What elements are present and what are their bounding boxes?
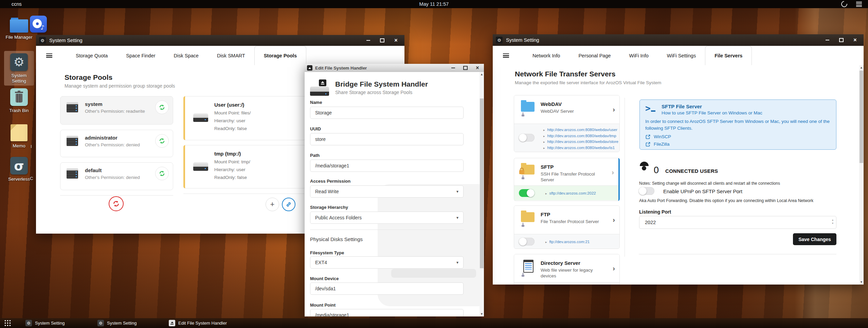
minimize-button[interactable] xyxy=(451,66,455,70)
server-title: WebDAV xyxy=(541,101,562,107)
minimize-button[interactable] xyxy=(366,38,370,43)
desktop-icon-trash-bin[interactable]: Trash Bin xyxy=(4,88,34,113)
ftp-enable-toggle[interactable] xyxy=(519,238,535,245)
upnp-hint: Aka Auto Port Forwarding. Disable this o… xyxy=(639,198,813,203)
caret-down-icon: ▾ xyxy=(456,215,458,220)
server-subtitle: WebDAV Server xyxy=(541,108,601,114)
mount-card-user[interactable]: User (user:/) Mount Point: files/ Hierar… xyxy=(183,96,306,140)
path-input[interactable] xyxy=(310,160,464,172)
tab-storage-pools[interactable]: Storage Pools xyxy=(254,46,307,66)
pool-sync-button[interactable] xyxy=(155,167,169,180)
maximize-button[interactable] xyxy=(839,38,844,42)
server-card-sftp[interactable]: SFTP SSH File Transfer Protocol Server ›… xyxy=(514,158,620,201)
tab-storage-quota[interactable]: Storage Quota xyxy=(67,46,117,65)
filesystem-type-select[interactable]: EXT4▾ xyxy=(310,256,464,269)
filesystem-type-label: Filesystem Type xyxy=(310,250,344,255)
upnp-toggle[interactable] xyxy=(639,187,654,195)
refresh-pools-button[interactable] xyxy=(109,196,124,211)
mount-name: tmp (tmp:/) xyxy=(214,151,241,157)
access-permission-select[interactable]: Read Write▾ xyxy=(310,185,464,198)
sidebar-menu-icon[interactable] xyxy=(46,53,52,58)
maximize-button[interactable] xyxy=(463,66,468,70)
name-input[interactable] xyxy=(310,107,464,119)
caret-down-icon: ▾ xyxy=(456,260,458,265)
status-spinner-icon[interactable] xyxy=(840,0,848,8)
window-titlebar[interactable]: ⚙ System Setting × xyxy=(36,35,404,46)
close-button[interactable]: × xyxy=(853,38,857,42)
pool-permission: Other's Permission: readwrite xyxy=(85,109,145,114)
storage-hierarchy-select[interactable]: Public Access Folders▾ xyxy=(310,212,464,224)
window-titlebar[interactable]: Edit File System Handler × xyxy=(305,64,484,72)
scrollbar-thumb[interactable] xyxy=(480,98,484,268)
webdav-url-link[interactable]: http://dev.arozos.com:8080/webdav/is1 xyxy=(547,145,615,151)
ftp-url-link[interactable]: ftp://dev.arozos.com:21 xyxy=(549,239,590,245)
webdav-url-link[interactable]: http://dev.arozos.com:8080/webdav/user xyxy=(547,127,617,133)
tab-network-info[interactable]: Network Info xyxy=(523,46,569,65)
desktop-icon-memo[interactable]: Memo xyxy=(4,124,34,149)
webdav-url-link[interactable]: http://dev.arozos.com:8080/webdav/tmp xyxy=(547,133,616,139)
bullet-icon: ▸ xyxy=(545,239,547,245)
webdav-url-link[interactable]: http://dev.arozos.com:8080/webdav/store xyxy=(547,139,618,145)
chevron-right-icon[interactable]: › xyxy=(613,265,615,272)
pool-sync-button[interactable] xyxy=(155,101,169,114)
tab-disk-space[interactable]: Disk Space xyxy=(165,46,208,65)
save-changes-button[interactable]: Save Changes xyxy=(793,233,836,245)
server-card-directory[interactable]: Directory Server Web file viewer for leg… xyxy=(514,254,620,285)
tab-file-servers[interactable]: File Servers xyxy=(705,46,752,66)
pool-name: system xyxy=(85,101,103,107)
tab-personal-page[interactable]: Personal Page xyxy=(569,46,620,65)
link-mount-button[interactable] xyxy=(282,198,295,211)
chevron-right-icon[interactable]: › xyxy=(612,168,614,176)
desktop-icon-music[interactable]: ♪ xyxy=(26,16,50,33)
mount-card-tmp[interactable]: tmp (tmp:/) Mount Point: tmp/ Hierarchy:… xyxy=(183,145,306,188)
taskbar-item-edit-fsh[interactable]: Edit File System Handler xyxy=(169,318,227,328)
access-permission-label: Access Permission xyxy=(310,179,350,184)
minimize-button[interactable] xyxy=(825,38,830,42)
tab-wifi-settings[interactable]: WiFi Settings xyxy=(658,46,705,65)
hamburger-menu-icon[interactable] xyxy=(856,2,862,7)
server-card-ftp[interactable]: FTP File Transfer Protocol Server › ▸ftp… xyxy=(514,205,620,249)
webdav-enable-toggle[interactable] xyxy=(519,134,535,142)
scrollbar-vertical[interactable]: ▲ ▼ xyxy=(859,65,864,285)
scrollbar-thumb[interactable] xyxy=(860,71,863,163)
close-button[interactable]: × xyxy=(475,66,480,70)
sidebar-menu-icon[interactable] xyxy=(503,53,509,58)
scroll-down-arrow[interactable]: ▼ xyxy=(859,280,864,285)
maximize-button[interactable] xyxy=(380,38,384,43)
app-launcher-grid-icon[interactable] xyxy=(4,320,11,327)
pool-card-default[interactable]: default Other's Permission: denied xyxy=(60,162,173,190)
client-link-winscp[interactable]: WinSCP xyxy=(646,134,671,139)
bullet-icon: ▸ xyxy=(543,139,545,145)
mount-point-input[interactable] xyxy=(310,309,464,316)
tab-wifi-info[interactable]: WiFi Info xyxy=(620,46,658,65)
client-link-filezilla[interactable]: FileZilla xyxy=(646,142,670,147)
name-label: Name xyxy=(310,100,322,105)
tab-space-finder[interactable]: Space Finder xyxy=(117,46,164,65)
taskbar-item-system-setting-2[interactable]: ⚙ System Setting xyxy=(97,318,137,328)
pool-card-administrator[interactable]: administrator Other's Permission: denied xyxy=(60,130,173,157)
mount-device-input[interactable] xyxy=(310,283,464,295)
desktop-icon-serverless[interactable]: σ Serverless xyxy=(4,157,34,182)
taskbar-item-system-setting-1[interactable]: ⚙ System Setting xyxy=(25,318,65,328)
scroll-down-arrow[interactable]: ▼ xyxy=(480,312,484,316)
scroll-up-arrow[interactable]: ▲ xyxy=(859,65,864,70)
chevron-right-icon[interactable]: › xyxy=(613,216,615,224)
pool-card-system[interactable]: system Other's Permission: readwrite xyxy=(60,96,173,125)
window-titlebar[interactable]: ⚙ System Setting × xyxy=(493,34,864,46)
scroll-up-arrow[interactable]: ▲ xyxy=(480,72,484,77)
sftp-url-link[interactable]: sftp://dev.arozos.com:2022 xyxy=(549,190,596,196)
listening-port-input[interactable] xyxy=(639,216,836,229)
desktop-icon-system-setting[interactable]: ⚙ System Setting xyxy=(4,51,34,86)
desktop-icon-label: Memo xyxy=(13,143,25,149)
close-button[interactable]: × xyxy=(394,38,398,43)
server-card-webdav[interactable]: WebDAV WebDAV Server › ▸http://dev.arozo… xyxy=(514,95,620,152)
add-mount-button[interactable]: + xyxy=(266,198,279,211)
chevron-right-icon[interactable]: › xyxy=(613,106,615,113)
number-spinner[interactable]: ▴▾ xyxy=(832,218,833,225)
uuid-input[interactable] xyxy=(310,133,464,145)
tab-disk-smart[interactable]: Disk SMART xyxy=(208,46,254,65)
scrollbar-vertical[interactable]: ▲ ▼ xyxy=(480,72,484,316)
form-title: Bridge File System Handler xyxy=(335,80,428,88)
pool-sync-button[interactable] xyxy=(155,134,169,148)
sftp-enable-toggle[interactable] xyxy=(519,189,535,197)
